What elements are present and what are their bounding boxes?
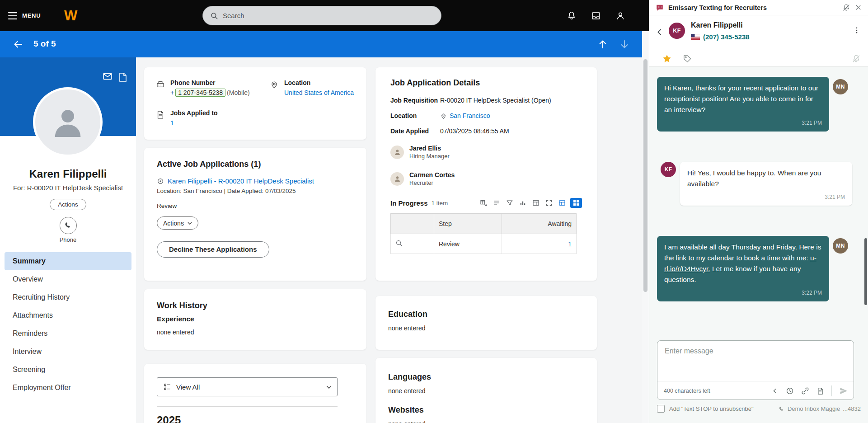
sidebar-item-employment-offer[interactable]: Employment Offer [0,379,136,397]
email-button[interactable] [103,73,112,80]
jobs-applied-link[interactable]: 1 [170,119,174,127]
awaiting-count-link[interactable]: 1 [568,240,572,248]
avatar [390,172,404,186]
kebab-menu-icon [853,26,861,34]
sidebar-item-attachments[interactable]: Attachments [0,306,136,324]
close-panel-button[interactable] [855,4,862,11]
phone-quick-button[interactable] [60,217,77,234]
timeline-card: View All 2025 [144,364,366,423]
column-header-awaiting[interactable]: Awaiting [502,214,576,234]
active-applications-card: Active Job Applications (1) Karen Filipp… [144,148,366,281]
insert-link-button[interactable] [801,387,809,395]
person-role: Hiring Manager [409,153,450,160]
list-view-icon[interactable] [492,198,502,208]
row-magnifier-icon[interactable] [395,240,403,247]
job-requisition-row: Job Requisition R-00020 IT HelpDesk Spec… [390,97,582,104]
phone-type: (Mobile) [227,89,250,96]
search-bar[interactable] [202,6,441,25]
decline-applications-button[interactable]: Decline These Applications [157,241,269,258]
expand-icon[interactable] [544,198,554,208]
grid-toolbar [479,198,582,208]
message-text: Hi! Yes, I would be happy to. When are y… [687,169,821,188]
phone-number-label: Phone Number [170,79,250,86]
profile-actions-button[interactable]: Actions [50,199,86,210]
avatar [390,146,404,159]
nav-label: Reminders [13,329,47,338]
sidebar-item-recruiting-history[interactable]: Recruiting History [0,288,136,306]
application-actions-dropdown[interactable]: Actions [157,216,198,230]
caret-down-icon [326,385,332,389]
previous-record-button[interactable] [597,39,608,50]
app: MENU W [0,0,868,423]
menu-button[interactable]: MENU [8,0,41,31]
application-actions-label: Actions [163,220,184,227]
job-application-details-card: Job Application Details Job Requisition … [375,67,597,281]
sidebar-item-reminders[interactable]: Reminders [0,324,136,343]
job-location-link[interactable]: San Francisco [450,112,490,119]
column-header-step[interactable]: Step [434,214,502,234]
chat-bubble-icon [656,4,664,12]
table-view-icon[interactable] [557,198,567,208]
outbound-message: Hi Karen, thanks for your recent applica… [657,77,829,132]
send-message-button[interactable] [839,386,848,395]
phone-handset-icon [779,406,785,412]
location-item: Location United States of America [270,79,355,97]
step-cell: Review [434,234,502,254]
profile-photo[interactable] [33,87,103,157]
application-stage: Review [157,202,354,209]
search-input[interactable] [223,12,434,19]
job-requisition-label: Job Requisition [390,97,440,104]
filter-icon[interactable] [505,198,515,208]
mute-notifications-button[interactable] [842,4,850,12]
message-template-button[interactable] [816,387,824,395]
unsubscribe-checkbox[interactable] [657,405,665,413]
active-applications-title: Active Job Applications (1) [157,160,354,169]
layout-icon[interactable] [531,198,541,208]
chart-icon[interactable] [518,198,528,208]
nav-label: Recruiting History [13,293,70,301]
job-requisition-link[interactable]: R-00020 IT HelpDesk Specialist (Open) [440,97,551,104]
inbox-indicator[interactable]: Demo Inbox Maggie ...4832 [779,405,861,412]
export-grid-icon[interactable] [479,198,488,208]
pdf-button[interactable] [119,73,127,82]
bell-icon [567,11,577,21]
toolbar-divider [831,385,832,396]
main-scrollbar-thumb[interactable] [643,59,647,292]
next-record-button[interactable] [619,39,630,50]
link-icon [801,387,809,395]
phone-number[interactable]: 1 207-345-5238 [175,89,225,97]
tag-icon[interactable] [683,54,692,63]
nav-label: Summary [13,257,46,265]
collapse-toolbar-button[interactable] [771,387,779,395]
panel-scrollbar-thumb[interactable] [864,238,867,305]
texting-panel: Emissary Texting for Recruiters KF Karen… [649,0,868,423]
schedule-message-button[interactable] [786,387,794,395]
sidebar-item-summary[interactable]: Summary [5,252,131,270]
hamburger-icon [8,12,17,19]
contact-avatar[interactable]: KF [669,23,685,39]
location-link[interactable]: United States of America [284,89,354,96]
sidebar-item-interview[interactable]: Interview [0,343,136,361]
notifications-off-icon[interactable] [852,54,861,63]
work-history-card: Work History Experience none entered [144,289,366,350]
conversation-menu-button[interactable] [853,26,861,34]
nav-label: Screening [13,366,45,374]
agent-avatar: MN [833,79,848,94]
application-link[interactable]: Karen Filippelli - R-00020 IT HelpDesk S… [168,177,314,185]
timeline-filter-select[interactable]: View All [157,377,338,396]
notifications-button[interactable] [563,7,580,24]
education-title: Education [388,310,584,319]
back-button[interactable] [13,39,23,50]
education-empty: none entered [388,324,584,332]
sidebar-item-overview[interactable]: Overview [0,270,136,288]
profile-button[interactable] [612,7,629,24]
workday-logo[interactable]: W [64,0,77,31]
grid-view-icon[interactable] [570,198,582,208]
texting-app-title: Emissary Texting for Recruiters [668,4,838,11]
inbox-button[interactable] [587,7,605,24]
conversation-back-button[interactable] [655,27,665,37]
message-input[interactable] [657,341,854,379]
favorite-star-icon[interactable] [662,54,672,64]
person-role: Recruiter [409,179,455,186]
sidebar-item-screening[interactable]: Screening [0,361,136,379]
